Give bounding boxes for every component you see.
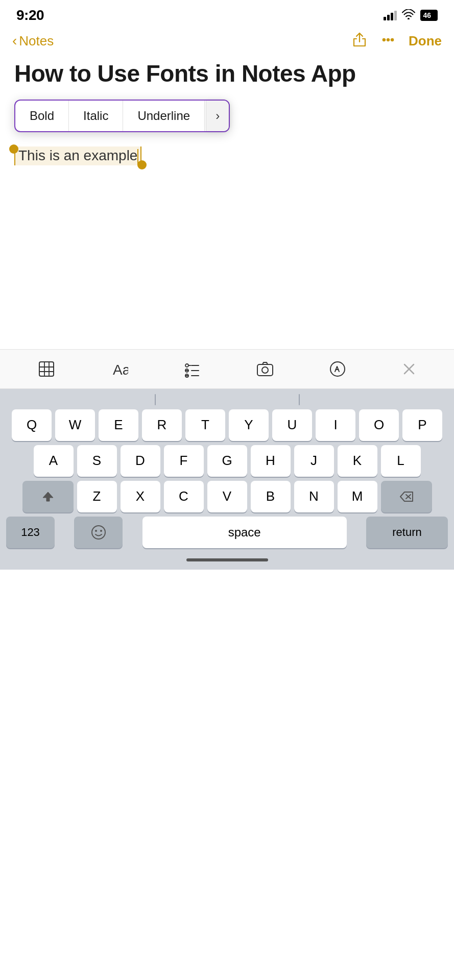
space-key[interactable]: space: [142, 517, 347, 548]
shift-key[interactable]: [22, 481, 74, 512]
key-b[interactable]: B: [251, 481, 291, 512]
note-body-area[interactable]: [14, 165, 440, 339]
svg-point-0: [408, 18, 410, 19]
format-popup-container: Bold Italic Underline ›: [14, 100, 440, 132]
key-x[interactable]: X: [121, 481, 160, 512]
nav-right-icons: Done: [351, 32, 442, 50]
svg-point-1: [383, 39, 385, 41]
svg-point-19: [262, 367, 268, 373]
markup-button[interactable]: [329, 360, 346, 378]
underline-button[interactable]: Underline: [123, 101, 205, 131]
done-button[interactable]: Done: [409, 33, 442, 49]
key-n[interactable]: N: [294, 481, 334, 512]
svg-point-26: [92, 526, 105, 539]
back-chevron-icon: ‹: [12, 33, 17, 49]
key-s[interactable]: S: [77, 445, 117, 477]
key-row-2: A S D F G H J K L: [3, 445, 451, 477]
nav-bar: ‹ Notes Done: [0, 28, 454, 56]
camera-button[interactable]: [256, 360, 274, 378]
keyboard-cursor-left: [155, 394, 156, 405]
list-button[interactable]: [183, 360, 201, 378]
emoji-key[interactable]: [74, 517, 123, 548]
keyboard: Q W E R T Y U I O P A S D F G H J K L: [0, 389, 454, 570]
selected-text[interactable]: This is an example: [14, 146, 141, 165]
key-d[interactable]: D: [121, 445, 160, 477]
back-button[interactable]: ‹ Notes: [12, 33, 54, 49]
close-keyboard-button[interactable]: [402, 362, 416, 376]
keyboard-cursor-right: [299, 394, 300, 405]
key-r[interactable]: R: [142, 409, 182, 441]
key-g[interactable]: G: [207, 445, 247, 477]
delete-key[interactable]: [381, 481, 432, 512]
signal-icon: [384, 10, 397, 20]
svg-point-3: [391, 39, 393, 41]
key-row-3: Z X C V B N M: [3, 481, 451, 512]
key-z[interactable]: Z: [77, 481, 117, 512]
keyboard-bottom-row: 123 space return: [0, 512, 454, 553]
key-row-1: Q W E R T Y U I O P: [3, 409, 451, 441]
selection-handle-right: [137, 160, 147, 169]
more-button[interactable]: [380, 32, 396, 50]
keyboard-cursor-row: [0, 389, 454, 407]
status-icons: 46: [384, 9, 438, 21]
key-u[interactable]: U: [272, 409, 312, 441]
key-l[interactable]: L: [381, 445, 421, 477]
format-popup: Bold Italic Underline ›: [14, 100, 230, 132]
svg-rect-4: [39, 362, 54, 376]
key-t[interactable]: T: [185, 409, 225, 441]
bold-button[interactable]: Bold: [15, 101, 69, 131]
key-q[interactable]: Q: [12, 409, 52, 441]
svg-text:Aa: Aa: [113, 362, 128, 378]
key-p[interactable]: P: [402, 409, 442, 441]
return-key[interactable]: return: [366, 517, 448, 548]
key-o[interactable]: O: [359, 409, 399, 441]
wifi-icon: [402, 9, 415, 21]
home-indicator-area: [0, 553, 454, 570]
svg-point-28: [100, 530, 102, 532]
format-more-button[interactable]: ›: [206, 101, 229, 131]
key-v[interactable]: V: [207, 481, 247, 512]
home-indicator: [186, 558, 268, 561]
table-button[interactable]: [38, 360, 55, 378]
battery-icon: 46: [420, 10, 438, 21]
status-bar: 9:20 46: [0, 0, 454, 28]
key-f[interactable]: F: [164, 445, 204, 477]
svg-point-2: [387, 39, 389, 41]
italic-button[interactable]: Italic: [69, 101, 123, 131]
selection-handle-left: [9, 144, 18, 154]
key-m[interactable]: M: [338, 481, 377, 512]
font-button[interactable]: Aa: [111, 360, 128, 378]
key-w[interactable]: W: [55, 409, 95, 441]
note-title[interactable]: How to Use Fonts in Notes App: [14, 60, 440, 87]
key-c[interactable]: C: [164, 481, 204, 512]
selected-text-area: This is an example: [14, 146, 141, 165]
key-a[interactable]: A: [34, 445, 74, 477]
note-content: How to Use Fonts in Notes App Bold Itali…: [0, 56, 454, 349]
toolbar: Aa: [0, 349, 454, 389]
svg-point-27: [95, 530, 97, 532]
back-label: Notes: [19, 33, 54, 49]
key-h[interactable]: H: [251, 445, 291, 477]
keyboard-rows: Q W E R T Y U I O P A S D F G H J K L: [0, 407, 454, 512]
key-i[interactable]: I: [316, 409, 355, 441]
key-j[interactable]: J: [294, 445, 334, 477]
key-k[interactable]: K: [338, 445, 377, 477]
status-time: 9:20: [16, 7, 44, 23]
numbers-key[interactable]: 123: [6, 517, 55, 548]
key-e[interactable]: E: [99, 409, 138, 441]
key-y[interactable]: Y: [229, 409, 269, 441]
svg-rect-18: [257, 364, 273, 376]
share-button[interactable]: [351, 32, 368, 50]
